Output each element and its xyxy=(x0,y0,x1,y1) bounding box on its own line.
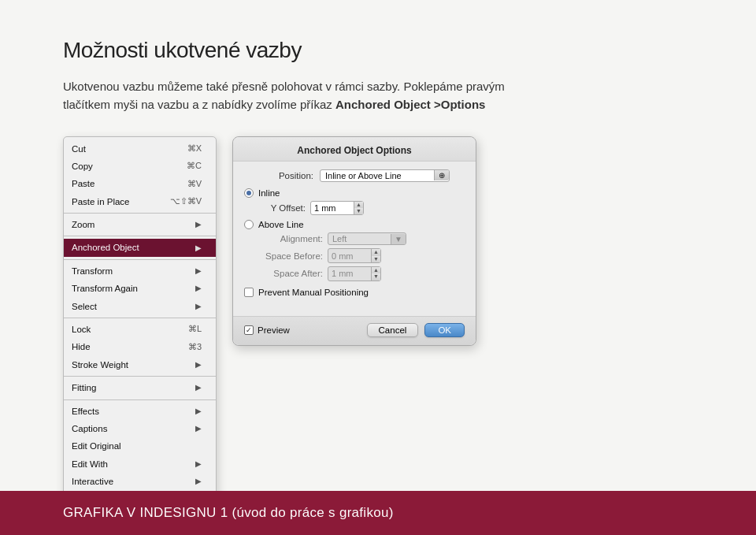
description-text-2: tlačítkem myši na vazbu a z nabídky zvol… xyxy=(63,98,335,111)
dialog-buttons: Cancel OK xyxy=(367,323,465,337)
menu-shortcut-paste-in-place: ⌥⇧⌘V xyxy=(170,195,202,209)
alignment-select[interactable]: Left ▼ xyxy=(328,232,406,245)
menu-separator-2 xyxy=(64,236,216,236)
prevent-row: Prevent Manual Positioning xyxy=(244,288,465,297)
screenshots-row: Cut ⌘X Copy ⌘C Paste ⌘V Paste in Place ⌥… xyxy=(63,136,693,536)
prevent-checkbox[interactable] xyxy=(244,288,254,297)
preview-checkbox[interactable] xyxy=(244,325,254,335)
menu-label-fitting: Fitting xyxy=(72,381,96,395)
space-after-down-arrow[interactable]: ▼ xyxy=(372,273,380,280)
menu-arrow-select: ▶ xyxy=(195,300,202,313)
menu-shortcut-cut: ⌘X xyxy=(187,142,202,156)
y-offset-arrows[interactable]: ▲ ▼ xyxy=(354,202,363,215)
space-after-up-arrow[interactable]: ▲ xyxy=(372,267,380,273)
menu-item-edit-with[interactable]: Edit With ▶ xyxy=(64,455,216,473)
menu-item-fitting[interactable]: Fitting ▶ xyxy=(64,379,216,396)
menu-label-paste-in-place: Paste in Place xyxy=(72,195,130,209)
cancel-button[interactable]: Cancel xyxy=(367,323,419,337)
space-before-arrows[interactable]: ▲ ▼ xyxy=(371,249,380,262)
menu-arrow-fitting: ▶ xyxy=(195,381,202,394)
menu-item-lock[interactable]: Lock ⌘L xyxy=(64,321,216,338)
dialog-body: Position: Inline or Above Line ⊕ Inline xyxy=(233,162,476,316)
menu-separator-3 xyxy=(64,259,216,260)
menu-label-zoom: Zoom xyxy=(72,217,94,232)
menu-item-zoom[interactable]: Zoom ▶ xyxy=(64,216,216,233)
menu-arrow-interactive: ▶ xyxy=(195,475,202,488)
space-before-up-arrow[interactable]: ▲ xyxy=(372,249,380,255)
space-after-value: 1 mm xyxy=(328,268,371,279)
dialog-footer: Preview Cancel OK xyxy=(233,316,476,345)
menu-item-cut[interactable]: Cut ⌘X xyxy=(64,140,216,158)
menu-separator-6 xyxy=(64,399,216,400)
position-row: Position: Inline or Above Line ⊕ xyxy=(244,169,465,182)
menu-item-paste[interactable]: Paste ⌘V xyxy=(64,175,216,192)
menu-label-hide: Hide xyxy=(72,340,91,354)
menu-separator-4 xyxy=(64,318,216,318)
space-after-arrows[interactable]: ▲ ▼ xyxy=(371,267,380,281)
menu-item-hide[interactable]: Hide ⌘3 xyxy=(64,338,216,355)
menu-item-interactive[interactable]: Interactive ▶ xyxy=(64,473,216,490)
dialog-title: Anchored Object Options xyxy=(233,137,476,162)
space-before-down-arrow[interactable]: ▼ xyxy=(372,256,380,262)
menu-item-captions[interactable]: Captions ▶ xyxy=(64,420,216,437)
menu-separator-5 xyxy=(64,376,216,377)
space-before-label: Space Before: xyxy=(258,251,323,261)
above-line-radio-row: Above Line xyxy=(244,220,465,229)
menu-item-transform[interactable]: Transform ▶ xyxy=(64,262,216,280)
alignment-label: Alignment: xyxy=(258,234,323,243)
main-content: Možnosti ukotvené vazby Ukotvenou vazbu … xyxy=(0,0,756,535)
menu-label-transform: Transform xyxy=(72,264,113,278)
menu-label-copy: Copy xyxy=(72,159,93,173)
y-offset-label: Y Offset: xyxy=(258,203,306,213)
menu-item-effects[interactable]: Effects ▶ xyxy=(64,403,216,420)
menu-arrow-stroke-weight: ▶ xyxy=(195,359,202,371)
menu-item-anchored-object[interactable]: Anchored Object ▶ xyxy=(64,239,216,256)
page-title: Možnosti ukotvené vazby xyxy=(63,38,693,63)
menu-item-edit-original[interactable]: Edit Original xyxy=(64,437,216,455)
inline-radio[interactable] xyxy=(244,188,254,198)
y-offset-down-arrow[interactable]: ▼ xyxy=(354,208,363,214)
y-offset-spinbox[interactable]: 1 mm ▲ ▼ xyxy=(310,201,364,216)
menu-label-stroke-weight: Stroke Weight xyxy=(72,358,128,372)
position-select-arrow[interactable]: ⊕ xyxy=(434,170,449,180)
menu-item-paste-in-place[interactable]: Paste in Place ⌥⇧⌘V xyxy=(64,193,216,210)
y-offset-value: 1 mm xyxy=(311,202,354,214)
anchored-object-dialog: Anchored Object Options Position: Inline… xyxy=(232,136,476,346)
space-after-spinbox[interactable]: 1 mm ▲ ▼ xyxy=(328,266,381,281)
description-bold: Anchored Object >Options xyxy=(335,98,485,111)
alignment-select-arrow[interactable]: ▼ xyxy=(391,234,406,244)
menu-label-interactive: Interactive xyxy=(72,474,113,489)
description-text-1: Ukotvenou vazbu můžeme také přesně poloh… xyxy=(63,80,505,93)
space-before-value: 0 mm xyxy=(328,251,371,262)
menu-label-edit-with: Edit With xyxy=(72,457,108,471)
menu-shortcut-hide: ⌘3 xyxy=(188,340,202,355)
menu-arrow-effects: ▶ xyxy=(195,405,202,418)
menu-label-lock: Lock xyxy=(72,322,91,336)
menu-arrow-edit-with: ▶ xyxy=(195,458,202,470)
menu-item-copy[interactable]: Copy ⌘C xyxy=(64,158,216,175)
alignment-row: Alignment: Left ▼ xyxy=(258,232,465,245)
menu-arrow-captions: ▶ xyxy=(195,422,202,435)
menu-item-transform-again[interactable]: Transform Again ▶ xyxy=(64,280,216,297)
ok-button[interactable]: OK xyxy=(424,323,465,337)
menu-arrow-transform: ▶ xyxy=(195,265,202,277)
menu-shortcut-copy: ⌘C xyxy=(187,159,202,173)
above-line-section: Alignment: Left ▼ Space Before: 0 mm ▲ xyxy=(258,232,465,281)
bottom-bar: GRAFIKA V INDESIGNU 1 (úvod do práce s g… xyxy=(0,491,756,535)
bottom-bar-text: GRAFIKA V INDESIGNU 1 (úvod do práce s g… xyxy=(63,505,394,521)
menu-item-select[interactable]: Select ▶ xyxy=(64,298,216,315)
menu-item-stroke-weight[interactable]: Stroke Weight ▶ xyxy=(64,356,216,373)
y-offset-up-arrow[interactable]: ▲ xyxy=(354,202,363,208)
position-label: Position: xyxy=(244,171,313,180)
menu-label-anchored-object: Anchored Object xyxy=(72,240,139,254)
space-before-spinbox[interactable]: 0 mm ▲ ▼ xyxy=(328,248,381,263)
menu-label-captions: Captions xyxy=(72,422,107,436)
menu-arrow-transform-again: ▶ xyxy=(195,282,202,295)
position-select[interactable]: Inline or Above Line ⊕ xyxy=(320,169,450,182)
inline-radio-row: Inline xyxy=(244,188,465,198)
alignment-value: Left xyxy=(328,233,391,244)
radio-section: Inline xyxy=(244,188,465,198)
menu-label-edit-original: Edit Original xyxy=(72,439,121,453)
menu-shortcut-lock: ⌘L xyxy=(188,322,202,336)
above-line-radio[interactable] xyxy=(244,220,254,229)
